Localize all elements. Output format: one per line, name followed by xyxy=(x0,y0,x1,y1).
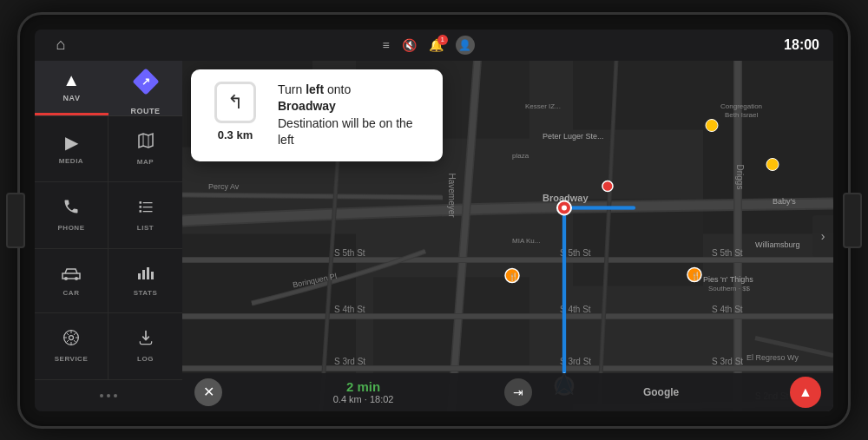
svg-rect-5 xyxy=(142,211,152,212)
instruction-direction: left xyxy=(306,82,324,96)
svg-point-78 xyxy=(602,181,613,191)
service-icon xyxy=(62,329,80,351)
media-label: MEDIA xyxy=(59,157,83,165)
log-icon xyxy=(137,329,155,351)
svg-rect-0 xyxy=(139,201,141,204)
map-label: MAP xyxy=(137,158,154,166)
svg-text:S 5th St: S 5th St xyxy=(334,247,365,257)
log-label: LOG xyxy=(137,355,154,363)
bell-icon[interactable]: 🔔 1 xyxy=(429,38,444,52)
list-icon xyxy=(137,198,155,220)
sidebar-item-map[interactable]: MAP xyxy=(108,116,182,183)
nav-eta-info: 2 min 0.4 km · 18:02 xyxy=(333,379,394,404)
svg-text:Congregation: Congregation xyxy=(720,102,762,109)
device-frame: ⌂ ≡ 🔇 🔔 1 👤 18:00 ▲ NAV xyxy=(17,12,851,429)
svg-text:Beth Israel: Beth Israel xyxy=(725,110,758,118)
compass-icon: ▲ xyxy=(799,384,812,400)
svg-rect-4 xyxy=(139,210,141,213)
instruction-line: Turn left onto Broadway Destination will… xyxy=(278,82,429,149)
nav-instruction-card: ↰ 0.3 km Turn left onto Broadway Destina… xyxy=(191,69,443,161)
svg-point-76 xyxy=(766,158,779,170)
svg-rect-11 xyxy=(151,272,154,279)
svg-text:🍴: 🍴 xyxy=(509,271,519,281)
svg-rect-10 xyxy=(147,267,149,279)
sidebar-item-list[interactable]: LIST xyxy=(108,182,182,249)
nav-label: NAV xyxy=(63,94,81,102)
svg-text:S 3rd St: S 3rd St xyxy=(334,356,365,365)
map-icon xyxy=(137,132,155,154)
instruction-prefix: Turn xyxy=(278,82,306,96)
phone-icon xyxy=(62,198,80,220)
svg-point-13 xyxy=(69,336,74,340)
route-button[interactable]: ↗ ROUTE xyxy=(108,61,182,115)
stats-label: STATS xyxy=(134,289,158,297)
svg-text:Williamsburg: Williamsburg xyxy=(755,240,800,248)
svg-text:Percy Av: Percy Av xyxy=(208,181,240,190)
map-chevron-button[interactable]: › xyxy=(812,215,833,257)
sidebar-dots[interactable] xyxy=(35,380,182,411)
nav-button[interactable]: ▲ NAV xyxy=(35,61,108,115)
sidebar: ▲ NAV ↗ ROUTE ▶ M xyxy=(35,61,182,411)
time-display: 18:00 xyxy=(784,37,819,53)
turn-arrow-icon: ↰ xyxy=(227,91,243,114)
nav-waypoint-button[interactable]: ⇥ xyxy=(504,378,532,406)
svg-text:Southern · $$: Southern · $$ xyxy=(708,284,751,292)
svg-text:Havemeyer: Havemeyer xyxy=(447,173,457,218)
car-icon xyxy=(62,265,81,285)
svg-rect-3 xyxy=(142,207,152,207)
sidebar-item-phone[interactable]: PHONE xyxy=(35,182,108,249)
mute-icon[interactable]: 🔇 xyxy=(402,38,417,52)
screen: ⌂ ≡ 🔇 🔔 1 👤 18:00 ▲ NAV xyxy=(35,30,833,411)
instruction-suffix: Destination will be on the left xyxy=(278,116,413,148)
menu-icon[interactable]: ≡ xyxy=(382,38,389,52)
main-content: ▲ NAV ↗ ROUTE ▶ M xyxy=(35,61,833,411)
svg-rect-1 xyxy=(142,202,152,203)
nav-eta: 2 min xyxy=(346,379,380,394)
route-label: ROUTE xyxy=(131,107,161,115)
svg-text:Baby's: Baby's xyxy=(773,196,796,205)
svg-text:S 4th St: S 4th St xyxy=(334,304,365,313)
stats-icon xyxy=(137,265,155,285)
car-label: CAR xyxy=(63,289,80,297)
close-icon: ✕ xyxy=(203,384,214,400)
sidebar-item-log[interactable]: LOG xyxy=(108,313,182,380)
sidebar-item-car[interactable]: CAR xyxy=(35,249,108,314)
dot-3 xyxy=(114,394,117,397)
svg-text:🍴: 🍴 xyxy=(691,270,701,280)
notification-badge: 1 xyxy=(437,35,448,45)
waypoint-icon: ⇥ xyxy=(513,385,523,399)
svg-text:S 3rd St: S 3rd St xyxy=(712,356,743,365)
sidebar-top-nav: ▲ NAV ↗ ROUTE xyxy=(35,61,182,116)
sidebar-item-stats[interactable]: STATS xyxy=(108,249,182,314)
service-label: SERVICE xyxy=(55,355,88,363)
svg-text:plaza: plaza xyxy=(512,151,529,159)
list-label: LIST xyxy=(137,224,154,232)
nav-arrow-icon: ▲ xyxy=(62,70,80,90)
avatar-icon[interactable]: 👤 xyxy=(456,36,475,55)
svg-point-6 xyxy=(64,277,68,280)
nav-distance-section: ↰ 0.3 km xyxy=(205,82,266,141)
svg-point-7 xyxy=(75,277,78,280)
svg-text:Kesser IZ...: Kesser IZ... xyxy=(525,102,561,109)
sidebar-grid: ▶ MEDIA MAP xyxy=(35,116,182,380)
svg-text:Driggs: Driggs xyxy=(735,164,745,189)
media-icon: ▶ xyxy=(65,132,78,153)
sidebar-item-media[interactable]: ▶ MEDIA xyxy=(35,116,108,183)
svg-text:S 5th St: S 5th St xyxy=(712,247,743,257)
sidebar-item-service[interactable]: SERVICE xyxy=(35,313,108,380)
nav-close-button[interactable]: ✕ xyxy=(194,378,222,406)
svg-point-68 xyxy=(562,205,567,210)
status-bar: ⌂ ≡ 🔇 🔔 1 👤 18:00 xyxy=(35,30,833,61)
svg-text:MIA Ku...: MIA Ku... xyxy=(512,236,540,244)
turn-arrow-box: ↰ xyxy=(214,82,256,123)
compass-button[interactable]: ▲ xyxy=(790,377,821,408)
nav-instruction-text: Turn left onto Broadway Destination will… xyxy=(278,82,429,149)
svg-text:Peter Luger Ste...: Peter Luger Ste... xyxy=(542,131,604,140)
svg-point-75 xyxy=(706,119,718,131)
svg-text:S 4th St: S 4th St xyxy=(712,304,743,313)
instruction-street: Broadway xyxy=(278,99,336,113)
home-button[interactable]: ⌂ xyxy=(49,33,73,57)
phone-label: PHONE xyxy=(58,224,85,232)
dot-2 xyxy=(107,394,110,397)
nav-bottom-bar: ✕ 2 min 0.4 km · 18:02 ⇥ Google ▲ xyxy=(182,373,833,411)
